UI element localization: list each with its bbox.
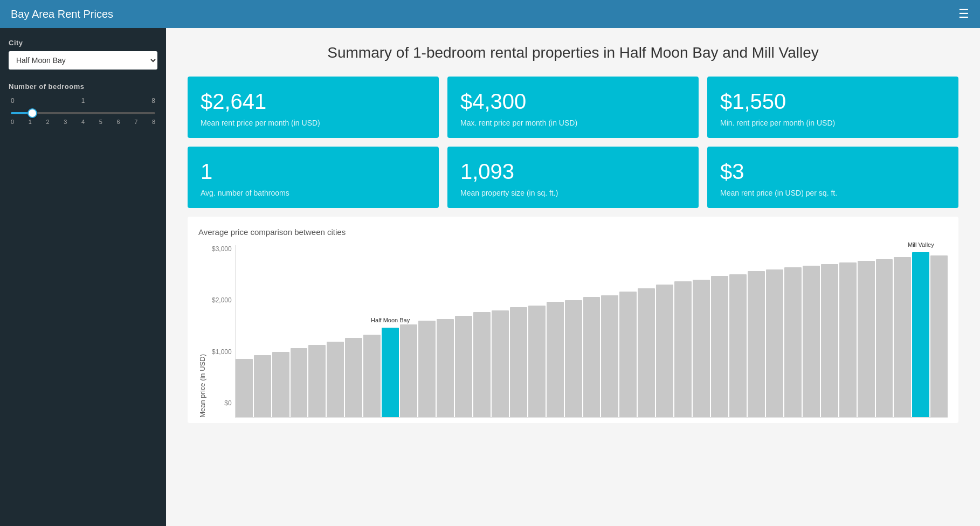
main-content: Summary of 1-bedroom rental properties i… [166,28,980,526]
slider-range-labels: 0 1 8 [11,97,155,105]
bar-8: Half Moon Bay [382,328,399,417]
bar-7 [363,335,381,417]
y-scale-label: $2,000 [212,296,232,304]
stat-value-1: $4,300 [460,89,686,113]
stat-desc-1: Max. rent price per month (in USD) [460,119,686,127]
bar-20 [601,295,618,417]
stat-desc-0: Mean rent price per month (in USD) [201,119,426,127]
bar-3 [291,348,308,417]
bar-34 [858,261,875,417]
bar-18 [565,300,582,417]
bar-28 [748,271,765,417]
bar-26 [711,276,728,417]
bar-36 [894,257,911,417]
bar-15 [510,307,527,417]
page-title: Summary of 1-bedroom rental properties i… [188,44,958,61]
bar-32 [821,264,838,417]
bar-12 [455,316,472,417]
bar-31 [803,266,820,417]
bar-21 [619,292,637,417]
sidebar: City Half Moon Bay Mill Valley Number of… [0,28,166,526]
bar-11 [437,319,454,417]
stat-card-3: 1 Avg. number of bathrooms [188,147,439,208]
bedrooms-slider[interactable] [11,112,155,114]
bar-5 [327,342,344,417]
app-header: Bay Area Rent Prices ☰ [0,0,980,28]
chart-title: Average price comparison between cities [198,227,948,237]
stat-card-0: $2,641 Mean rent price per month (in USD… [188,77,439,138]
bar-16 [528,306,546,417]
slider-max-label: 8 [151,97,155,105]
bar-30 [784,267,802,417]
bars-area: Half Moon BayMill Valley [235,245,948,418]
bedrooms-label: Number of bedrooms [9,82,157,91]
bars-wrapper: Half Moon BayMill Valley [235,245,948,418]
chart-section: Average price comparison between cities … [188,217,958,423]
bar-2 [272,352,289,417]
bar-17 [547,302,564,417]
stat-value-3: 1 [201,160,426,183]
stat-desc-2: Min. rent price per month (in USD) [720,119,946,127]
chart-area: Mean price (in USD) $3,000$2,000$1,000$0… [198,245,948,418]
stat-desc-5: Mean rent price (in USD) per sq. ft. [720,189,946,197]
bar-38 [930,255,948,417]
stat-card-5: $3 Mean rent price (in USD) per sq. ft. [707,147,958,208]
slider-ticks: 0 1 2 3 4 5 6 7 8 [11,119,155,125]
slider-min-label: 0 [11,97,15,105]
bar-14 [492,310,509,417]
y-axis-label: Mean price (in USD) [198,354,206,418]
bar-25 [693,280,710,417]
bar-24 [674,281,692,417]
city-label: City [9,39,157,47]
y-scale: $3,000$2,000$1,000$0 [212,245,232,418]
slider-current-label: 1 [81,97,85,105]
stat-value-4: 1,093 [460,160,686,183]
bar-label-8: Half Moon Bay [371,317,410,323]
app-title: Bay Area Rent Prices [11,8,942,20]
main-layout: City Half Moon Bay Mill Valley Number of… [0,28,980,526]
stat-card-1: $4,300 Max. rent price per month (in USD… [447,77,699,138]
bar-6 [345,338,362,417]
hamburger-icon[interactable]: ☰ [958,7,969,21]
stat-desc-4: Mean property size (in sq. ft.) [460,189,686,197]
bar-0 [236,359,253,417]
bar-22 [638,288,655,417]
stat-desc-3: Avg. number of bathrooms [201,189,426,197]
bar-19 [583,297,601,417]
slider-container: 0 1 8 0 1 2 3 4 5 6 7 8 [9,97,157,125]
bar-1 [254,355,271,417]
bar-9 [400,324,417,417]
bar-23 [656,285,673,417]
bar-label-37: Mill Valley [908,241,934,248]
bar-10 [418,321,436,417]
bar-13 [473,312,491,417]
stat-value-0: $2,641 [201,89,426,113]
bar-37: Mill Valley [912,252,929,417]
stat-value-5: $3 [720,160,946,183]
stat-card-2: $1,550 Min. rent price per month (in USD… [707,77,958,138]
bar-27 [729,274,747,417]
stat-value-2: $1,550 [720,89,946,113]
cards-grid-bottom: 1 Avg. number of bathrooms 1,093 Mean pr… [188,147,958,208]
bar-33 [839,262,857,417]
stat-card-4: 1,093 Mean property size (in sq. ft.) [447,147,699,208]
city-select[interactable]: Half Moon Bay Mill Valley [9,51,157,70]
bar-4 [308,345,326,417]
bar-29 [766,269,783,417]
y-scale-label: $1,000 [212,348,232,356]
y-scale-label: $3,000 [212,245,232,253]
bar-35 [876,259,893,417]
cards-grid-top: $2,641 Mean rent price per month (in USD… [188,77,958,138]
y-scale-label: $0 [212,399,232,407]
